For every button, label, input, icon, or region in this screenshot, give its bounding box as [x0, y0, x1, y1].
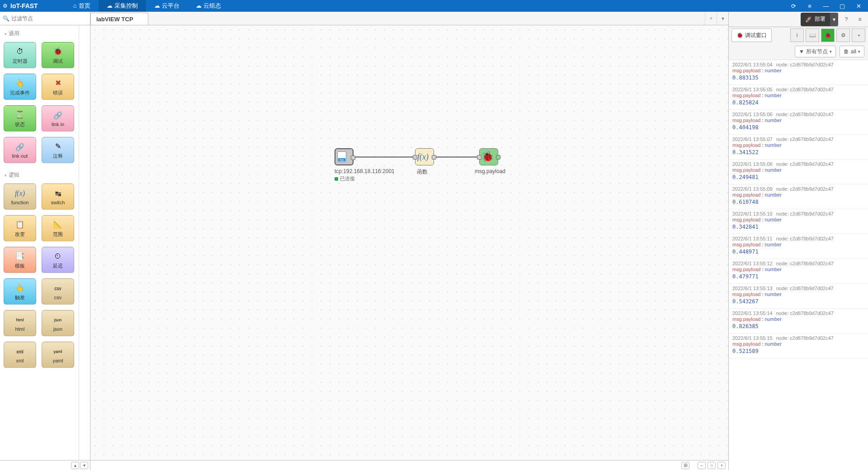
- node-timer[interactable]: ⏱定时器: [4, 42, 36, 68]
- debug-message[interactable]: 2022/6/1 13:55:05node: c2d878b9d7d02c47m…: [729, 85, 868, 110]
- canvas-node-debug[interactable]: 🐞: [479, 148, 498, 165]
- close-icon[interactable]: ✕: [854, 3, 863, 9]
- menu-icon[interactable]: ≡: [806, 3, 814, 9]
- msg-node-id: node: c2d878b9d7d02c47: [776, 310, 834, 316]
- node-change-label: 改变: [15, 231, 25, 238]
- search-icon: 🔍: [3, 15, 9, 22]
- msg-type: number: [765, 118, 782, 123]
- main-menu-button[interactable]: ≡: [854, 14, 865, 25]
- zoom-out-button[interactable]: −: [698, 462, 706, 469]
- nav-collect-label: 采集控制: [114, 0, 138, 12]
- sidebar-help-tab[interactable]: 📖: [806, 28, 819, 42]
- node-status[interactable]: ⏳状态: [4, 105, 36, 132]
- debug-filter-nodes[interactable]: ▼所有节点▾: [795, 46, 836, 57]
- palette-collapse-up[interactable]: ▴: [71, 462, 79, 469]
- node-linkin[interactable]: 🔗link in: [42, 105, 74, 132]
- canvas-node-debug-label: msg.payload: [475, 168, 505, 174]
- deploy-dropdown[interactable]: ▾: [830, 13, 838, 26]
- debug-clear-button[interactable]: 🗑all▾: [840, 46, 864, 57]
- filter-nodes-label: 所有节点: [806, 48, 828, 56]
- node-comment[interactable]: ✎注释: [42, 137, 74, 163]
- msg-payload-key: msg.payload: [732, 68, 760, 73]
- add-tab-button[interactable]: ＋: [705, 12, 717, 25]
- debug-message-list[interactable]: 2022/6/1 13:55:04node: c2d878b9d7d02c47m…: [729, 60, 868, 470]
- canvas-node-tcp[interactable]: [335, 148, 354, 165]
- function-icon: f(x): [417, 152, 429, 162]
- debug-message[interactable]: 2022/6/1 13:55:06node: c2d878b9d7d02c47m…: [729, 110, 868, 135]
- palette-category-logic[interactable]: 逻辑: [2, 169, 77, 181]
- node-port-out[interactable]: [496, 155, 500, 160]
- node-port-out[interactable]: [432, 155, 436, 160]
- debug-message[interactable]: 2022/6/1 13:55:08node: c2d878b9d7d02c47m…: [729, 160, 868, 184]
- palette-search-input[interactable]: [9, 15, 87, 22]
- nav-home-label: 首页: [79, 0, 90, 12]
- node-function-label: function: [11, 200, 29, 205]
- flow-tab[interactable]: labVIEW TCP: [90, 13, 148, 25]
- zoom-in-button[interactable]: ＋: [717, 462, 726, 469]
- node-port-in[interactable]: [477, 155, 481, 160]
- cloud-icon: ☁: [154, 0, 160, 12]
- debug-message[interactable]: 2022/6/1 13:55:04node: c2d878b9d7d02c47m…: [729, 60, 868, 85]
- canvas-node-function[interactable]: f(x): [415, 148, 434, 165]
- minimize-icon[interactable]: —: [822, 3, 830, 9]
- debug-message[interactable]: 2022/6/1 13:55:09node: c2d878b9d7d02c47m…: [729, 184, 868, 209]
- nav-home[interactable]: ⌂首页: [65, 0, 99, 12]
- nav-scada[interactable]: ☁云组态: [188, 0, 229, 12]
- debug-message[interactable]: 2022/6/1 13:55:15node: c2d878b9d7d02c47m…: [729, 334, 868, 358]
- palette-category-common[interactable]: 通用: [2, 28, 77, 39]
- debug-message[interactable]: 2022/6/1 13:55:07node: c2d878b9d7d02c47m…: [729, 135, 868, 160]
- msg-timestamp: 2022/6/1 13:55:10: [732, 211, 773, 216]
- msg-value: 0.883135: [732, 74, 864, 83]
- deploy-label: 部署: [815, 15, 826, 23]
- maximize-icon[interactable]: ▢: [838, 3, 846, 9]
- node-delay[interactable]: ⏲延迟: [42, 247, 74, 273]
- node-function[interactable]: f(x)function: [4, 183, 36, 210]
- debug-message[interactable]: 2022/6/1 13:55:14node: c2d878b9d7d02c47m…: [729, 309, 868, 334]
- node-html[interactable]: htmlhtml: [4, 310, 36, 336]
- delay-icon: ⏲: [52, 251, 63, 262]
- node-trigger[interactable]: 👆触发: [4, 278, 36, 305]
- node-json[interactable]: jsonjson: [42, 310, 74, 336]
- deploy-button[interactable]: 🚀 部署 ▾: [801, 13, 838, 26]
- debug-message[interactable]: 2022/6/1 13:55:10node: c2d878b9d7d02c47m…: [729, 209, 868, 234]
- node-yaml[interactable]: yamlyaml: [42, 342, 74, 368]
- node-change[interactable]: 📋改变: [4, 215, 36, 241]
- help-button[interactable]: ?: [841, 14, 852, 25]
- palette-collapse-down[interactable]: ▾: [80, 462, 88, 469]
- msg-type: number: [765, 316, 782, 322]
- refresh-icon[interactable]: ⟳: [789, 3, 797, 9]
- node-complete[interactable]: 👆完成事件: [4, 74, 36, 100]
- debug-panel-tab[interactable]: 🐞调试窗口: [731, 28, 772, 42]
- tab-menu-button[interactable]: ▾: [717, 12, 728, 25]
- node-range[interactable]: 📐范围: [42, 215, 74, 241]
- debug-message[interactable]: 2022/6/1 13:55:12node: c2d878b9d7d02c47m…: [729, 259, 868, 284]
- hourglass-icon: ⏳: [14, 109, 25, 120]
- debug-message[interactable]: 2022/6/1 13:55:13node: c2d878b9d7d02c47m…: [729, 284, 868, 309]
- canvas-navigator[interactable]: ⊞: [681, 462, 689, 469]
- msg-payload-key: msg.payload: [732, 341, 760, 347]
- sidebar-info-tab[interactable]: i: [790, 28, 804, 42]
- node-port-out[interactable]: [351, 155, 355, 160]
- palette-scrollbar[interactable]: [79, 25, 85, 460]
- node-debug[interactable]: 🐞调试: [42, 42, 74, 68]
- csv-icon: csv: [52, 283, 63, 294]
- sidebar-config-tab[interactable]: ⚙: [836, 28, 850, 42]
- node-port-in[interactable]: [413, 155, 417, 160]
- node-xml[interactable]: xmlxml: [4, 342, 36, 368]
- node-linkout[interactable]: 🔗link out: [4, 137, 36, 163]
- sidebar-more-tab[interactable]: [852, 28, 865, 42]
- flow-canvas[interactable]: tcp:192.168.18.116:2001 已连接 f(x) 函数 🐞 ms…: [90, 25, 728, 460]
- msg-timestamp: 2022/6/1 13:55:11: [732, 236, 773, 241]
- filter-icon: ▼: [799, 48, 804, 55]
- msg-value: 0.826385: [732, 322, 864, 331]
- error-icon: ✖: [52, 78, 63, 89]
- sidebar-debug-tab[interactable]: 🐞: [821, 28, 835, 42]
- node-switch[interactable]: ↹switch: [42, 183, 74, 210]
- debug-message[interactable]: 2022/6/1 13:55:11node: c2d878b9d7d02c47m…: [729, 234, 868, 259]
- node-template[interactable]: 📑模板: [4, 247, 36, 273]
- node-error[interactable]: ✖错误: [42, 74, 74, 100]
- nav-collect[interactable]: ☁采集控制: [99, 0, 146, 12]
- nav-cloud[interactable]: ☁云平台: [146, 0, 188, 12]
- zoom-reset-button[interactable]: ○: [708, 462, 716, 469]
- node-csv[interactable]: csvcsv: [42, 278, 74, 305]
